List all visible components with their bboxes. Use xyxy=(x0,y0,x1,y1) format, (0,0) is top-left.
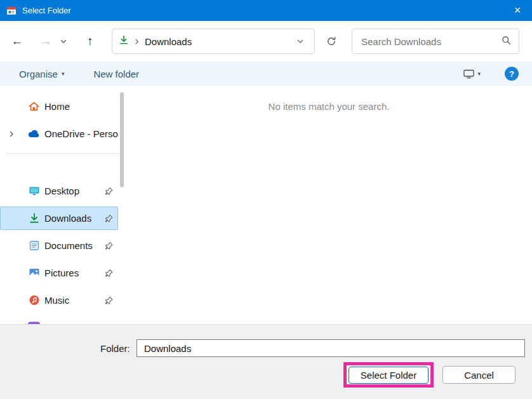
navigation-pane: Home OneDrive - Perso Desktop xyxy=(0,86,126,324)
organise-caret-icon: ▾ xyxy=(62,71,65,77)
organise-button[interactable]: Organise ▾ xyxy=(19,69,64,79)
sidebar-separator xyxy=(5,153,119,154)
sidebar-item-label: Home xyxy=(44,101,118,112)
annotation-highlight-box: Select Folder xyxy=(343,362,434,388)
close-icon[interactable]: × xyxy=(503,0,532,21)
refresh-icon[interactable] xyxy=(321,30,342,52)
pin-icon xyxy=(105,241,113,250)
back-icon[interactable]: ← xyxy=(6,30,28,52)
navigation-bar: ← → ↑ Downloads xyxy=(0,21,532,62)
select-folder-button[interactable]: Select Folder xyxy=(349,367,429,384)
toolbar-right-group: ▾ ? xyxy=(463,67,519,81)
onedrive-icon xyxy=(28,128,40,140)
folder-label: Folder: xyxy=(100,343,130,354)
change-view-button[interactable]: ▾ xyxy=(463,69,481,79)
search-input[interactable] xyxy=(360,36,502,48)
window-title: Select Folder xyxy=(22,6,71,15)
sidebar-item-videos-partial[interactable] xyxy=(0,316,118,324)
search-icon[interactable] xyxy=(502,36,511,48)
pictures-icon xyxy=(28,267,40,279)
help-button[interactable]: ? xyxy=(505,67,519,81)
folder-name-input[interactable] xyxy=(136,339,525,357)
breadcrumb[interactable]: Downloads xyxy=(145,36,192,47)
view-caret-icon: ▾ xyxy=(477,71,481,77)
pin-icon xyxy=(105,187,113,195)
new-folder-button[interactable]: New folder xyxy=(93,69,139,79)
downloads-folder-icon xyxy=(119,35,129,48)
sidebar-item-documents[interactable]: Documents xyxy=(0,234,118,257)
sidebar-item-pictures[interactable]: Pictures xyxy=(0,261,118,285)
pin-icon xyxy=(105,269,113,277)
sidebar-item-onedrive[interactable]: OneDrive - Perso xyxy=(0,122,118,145)
pin-icon xyxy=(105,296,113,304)
dialog-body: Home OneDrive - Perso Desktop xyxy=(0,86,532,324)
documents-icon xyxy=(28,240,40,252)
music-icon xyxy=(28,294,40,306)
empty-results-message: No items match your search. xyxy=(126,101,532,112)
sidebar-item-downloads[interactable]: Downloads xyxy=(0,206,118,230)
app-icon xyxy=(6,6,17,16)
select-folder-dialog: Select Folder × ← → ↑ Downloads xyxy=(0,0,532,399)
sidebar-item-home[interactable]: Home xyxy=(0,95,118,118)
home-icon xyxy=(28,100,40,112)
organise-label: Organise xyxy=(19,69,58,79)
title-bar: Select Folder × xyxy=(0,0,532,21)
address-dropdown-chevron-icon[interactable] xyxy=(296,37,308,45)
sidebar-scrollbar[interactable] xyxy=(120,92,124,187)
file-list-pane: No items match your search. xyxy=(126,86,532,324)
pin-icon xyxy=(105,214,113,222)
sidebar-item-label: OneDrive - Perso xyxy=(44,128,118,139)
sidebar-item-music[interactable]: Music xyxy=(0,288,118,312)
expand-chevron-icon[interactable] xyxy=(8,130,15,138)
address-bar[interactable]: Downloads xyxy=(112,29,315,54)
breadcrumb-chevron-icon[interactable] xyxy=(133,38,140,45)
dialog-footer: Folder: Select Folder Cancel xyxy=(0,324,532,399)
recent-locations-chevron-icon[interactable] xyxy=(57,30,70,52)
forward-icon: → xyxy=(35,30,57,52)
desktop-icon xyxy=(28,185,40,197)
sidebar-item-desktop[interactable]: Desktop xyxy=(0,179,118,203)
cancel-button[interactable]: Cancel xyxy=(442,366,515,384)
downloads-icon xyxy=(28,212,40,224)
search-box xyxy=(352,29,519,54)
toolbar: Organise ▾ New folder ▾ ? xyxy=(0,62,532,86)
up-icon[interactable]: ↑ xyxy=(79,30,101,52)
